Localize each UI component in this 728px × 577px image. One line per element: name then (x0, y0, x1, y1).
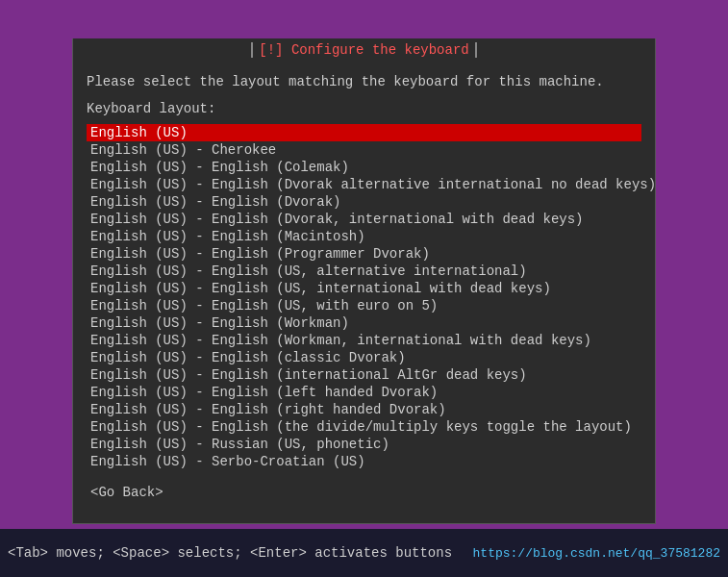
list-item[interactable]: English (US) - English (US, with euro on… (87, 297, 641, 314)
list-item[interactable]: English (US) - English (US, alternative … (87, 263, 641, 280)
content-area: Please select the layout matching the ke… (73, 63, 655, 513)
title-bar: [!] Configure the keyboard (73, 38, 655, 62)
list-item[interactable]: English (US) - English (Dvorak, internat… (87, 211, 641, 228)
description: Please select the layout matching the ke… (87, 74, 641, 89)
list-item[interactable]: English (US) - English (Programmer Dvora… (87, 245, 641, 263)
list-item[interactable]: English (US) - English (Colemak) (87, 159, 641, 176)
list-item[interactable]: English (US) - English (Workman) (87, 314, 641, 332)
list-item[interactable]: English (US) - English (Dvorak alternati… (87, 176, 641, 193)
status-text: <Tab> moves; <Space> selects; <Enter> ac… (8, 545, 452, 561)
list-item[interactable]: English (US) - English (Workman, interna… (87, 332, 641, 349)
list-item[interactable]: English (US) - English (Dvorak) (87, 193, 641, 211)
keyboard-layout-label: Keyboard layout: (87, 101, 641, 116)
list-item[interactable]: English (US) (87, 124, 641, 141)
list-item[interactable]: English (US) - Russian (US, phonetic) (87, 436, 641, 453)
list-item[interactable]: English (US) - Cherokee (87, 141, 641, 159)
terminal-window: [!] Configure the keyboard Please select… (72, 38, 656, 524)
list-container: English (US)English (US) - CherokeeEngli… (87, 124, 641, 470)
list-item[interactable]: English (US) - English (left handed Dvor… (87, 384, 641, 401)
list-item[interactable]: English (US) - English (US, internationa… (87, 280, 641, 297)
list-item[interactable]: English (US) - English (international Al… (87, 366, 641, 384)
list-item[interactable]: English (US) - English (right handed Dvo… (87, 401, 641, 418)
url-text: https://blog.csdn.net/qq_37581282 (473, 546, 720, 561)
title-bar-text: [!] Configure the keyboard (251, 42, 476, 58)
list-item[interactable]: English (US) - Serbo-Croatian (US) (87, 453, 641, 470)
list-item[interactable]: English (US) - English (the divide/multi… (87, 418, 641, 436)
go-back-button[interactable]: <Go Back> (87, 484, 167, 501)
list-item[interactable]: English (US) - English (Macintosh) (87, 228, 641, 245)
list-item[interactable]: English (US) - English (classic Dvorak) (87, 349, 641, 366)
status-bar: <Tab> moves; <Space> selects; <Enter> ac… (0, 529, 728, 577)
